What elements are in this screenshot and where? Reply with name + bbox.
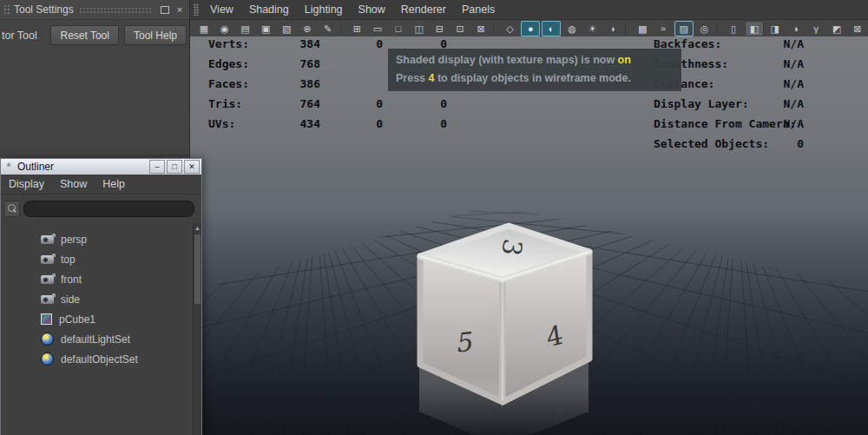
wireframe-icon[interactable]: ◇ (501, 21, 520, 36)
undock-icon[interactable] (159, 3, 171, 16)
hud-row-display-layer: Display Layer:N/A (654, 97, 868, 111)
tool-settings-title: Tool Settings (14, 3, 74, 16)
viewport-panel: ViewShadingLightingShowRendererPanels ▦ … (189, 0, 868, 435)
toolbar-separator[interactable] (716, 23, 721, 36)
minimize-icon[interactable]: – (149, 160, 165, 174)
hud-object-details: Backfaces:N/A Smoothness:N/A Instance:N/… (654, 37, 868, 157)
isolate-select-icon[interactable]: ▯ (724, 21, 743, 36)
viewport-menu-item[interactable]: Panels (456, 0, 501, 19)
safe-title-icon[interactable]: ⊠ (471, 21, 490, 36)
hud-row-selected-objects: Selected Objects:0 (654, 137, 868, 151)
outliner-menubar: DisplayShowHelp (1, 175, 201, 194)
camera-attributes-icon[interactable]: ▤ (236, 21, 255, 36)
viewport-toolbar: ▦ ◉ ▤ ▣ ▧ ⊕ ✎ ⊞ ▭ □ ◫ (190, 20, 868, 38)
grease-pencil-icon[interactable]: ✎ (319, 21, 338, 36)
field-chart-icon[interactable]: ⊟ (431, 21, 450, 36)
outliner-window: * Outliner – □ ✕ DisplayShowHelp persp (0, 158, 202, 435)
motion-blur-icon[interactable]: ≈ (654, 21, 673, 36)
maximize-icon[interactable]: □ (167, 160, 182, 174)
grid-display-icon[interactable]: ⊞ (347, 21, 366, 36)
image-plane-icon[interactable]: ▧ (277, 21, 296, 36)
outliner-title: Outliner (15, 161, 148, 173)
lighting-icon[interactable]: ☀ (583, 21, 602, 36)
outliner-menu-item[interactable]: Show (52, 175, 95, 194)
tooltip-line-2: Press 4 to display objects in wireframe … (396, 69, 674, 88)
outliner-item-side[interactable]: side (1, 289, 201, 309)
search-filter-icon[interactable] (3, 201, 20, 217)
outliner-item-front[interactable]: front (1, 269, 201, 289)
tool-help-button[interactable]: Tool Help (124, 25, 187, 45)
exposure-icon[interactable]: ◑ (786, 21, 806, 36)
reset-tool-button[interactable]: Reset Tool (50, 25, 118, 45)
viewport-message-tooltip: Shaded display (with texture maps) is no… (388, 49, 681, 91)
camera-icon (41, 275, 54, 284)
outliner-list: persp top front side (1, 222, 201, 369)
camera-icon (41, 255, 54, 264)
outliner-menu-item[interactable]: Help (95, 175, 133, 194)
film-gate-icon[interactable]: ▭ (368, 21, 387, 36)
occlusion-icon[interactable]: ▩ (633, 21, 652, 36)
drag-grip-icon[interactable] (3, 4, 10, 16)
viewport-menu-item[interactable]: Renderer (395, 0, 452, 19)
hud-row-uvs: UVs:43400 (208, 117, 447, 131)
scrollbar-thumb[interactable] (194, 234, 201, 304)
x-ray-components-icon[interactable]: ◨ (766, 21, 785, 36)
smooth-shade-icon[interactable]: ● (521, 21, 540, 36)
light-set-icon (41, 333, 54, 346)
viewport-menu-item[interactable]: Show (352, 0, 391, 19)
tool-settings-actions: tor Tool Reset Tool Tool Help (0, 20, 189, 45)
outliner-item-persp[interactable]: persp (1, 229, 201, 249)
outliner-search-input[interactable] (23, 201, 194, 217)
safe-action-icon[interactable]: ⊡ (450, 21, 470, 36)
viewport-menus: ViewShadingLightingShowRendererPanels (202, 0, 503, 19)
tool-settings-titlebar[interactable]: Tool Settings × (0, 0, 189, 20)
hud-row-smoothness: Smoothness:N/A (654, 57, 868, 71)
camera-icon (41, 295, 54, 304)
horizon-fade (190, 195, 868, 226)
hud-row-tris: Tris:76400 (208, 97, 447, 111)
use-default-material-icon[interactable]: ◍ (562, 21, 582, 36)
toolbar-separator[interactable] (625, 23, 630, 36)
multisample-icon[interactable]: ▨ (674, 21, 694, 36)
gamma-icon[interactable]: γ (806, 21, 825, 36)
close-icon[interactable]: × (174, 3, 186, 16)
tooltip-highlight-on: on (618, 54, 631, 66)
viewport-3d-view[interactable]: 3 5 4 Verts:38400 Edges:768 Faces:386 Tr… (190, 36, 868, 435)
outliner-item-defaultlightset[interactable]: defaultLightSet (1, 329, 201, 349)
depth-of-field-icon[interactable]: ◎ (695, 21, 714, 36)
bookmark-icon[interactable]: ▣ (256, 21, 275, 36)
viewport-menu-item[interactable]: Shading (243, 0, 295, 19)
pan-zoom-icon[interactable]: ⊕ (298, 21, 317, 36)
close-icon[interactable]: ✕ (184, 160, 200, 174)
outliner-search-row (1, 194, 201, 222)
viewport-menu-item[interactable]: Lighting (299, 0, 349, 19)
outliner-titlebar[interactable]: * Outliner – □ ✕ (1, 159, 201, 175)
collapse-panel-icon[interactable]: ⊠ (848, 21, 867, 36)
object-set-icon (41, 353, 54, 366)
scroll-up-icon[interactable]: ▲ (194, 223, 201, 233)
gradient-background-icon[interactable]: ◩ (827, 21, 846, 36)
shadows-icon[interactable]: ◗ (604, 21, 623, 36)
outliner-item-top[interactable]: top (1, 249, 201, 269)
textured-icon[interactable]: ◐ (542, 21, 561, 36)
outliner-scrollbar[interactable]: ▲ (193, 223, 201, 435)
outliner-item-pcube1[interactable]: pCube1 (1, 309, 201, 329)
camera-icon (41, 235, 54, 244)
select-camera-icon[interactable]: ▦ (194, 21, 214, 36)
outliner-item-defaultobjectset[interactable]: defaultObjectSet (1, 349, 201, 369)
resolution-gate-icon[interactable]: □ (389, 21, 408, 36)
gate-mask-icon[interactable]: ◫ (410, 21, 429, 36)
cube-icon (41, 313, 52, 325)
panel-grip-icon[interactable] (194, 3, 199, 16)
x-ray-icon[interactable]: ◧ (745, 21, 764, 36)
tool-name-label: tor Tool (2, 30, 45, 42)
tooltip-line-1: Shaded display (with texture maps) is no… (396, 51, 674, 69)
toolbar-separator[interactable] (493, 23, 498, 36)
hud-row-distance-from-camera: Distance From Camera:N/A (654, 117, 868, 131)
outliner-menu-item[interactable]: Display (1, 175, 52, 194)
viewport-menu-item[interactable]: View (204, 0, 240, 19)
camera-lock-icon[interactable]: ◉ (215, 21, 234, 36)
maya-window: Tool Settings × tor Tool Reset Tool Tool… (0, 0, 868, 435)
cube-mesh[interactable]: 3 5 4 (419, 226, 589, 435)
toolbar-separator[interactable] (340, 23, 345, 36)
